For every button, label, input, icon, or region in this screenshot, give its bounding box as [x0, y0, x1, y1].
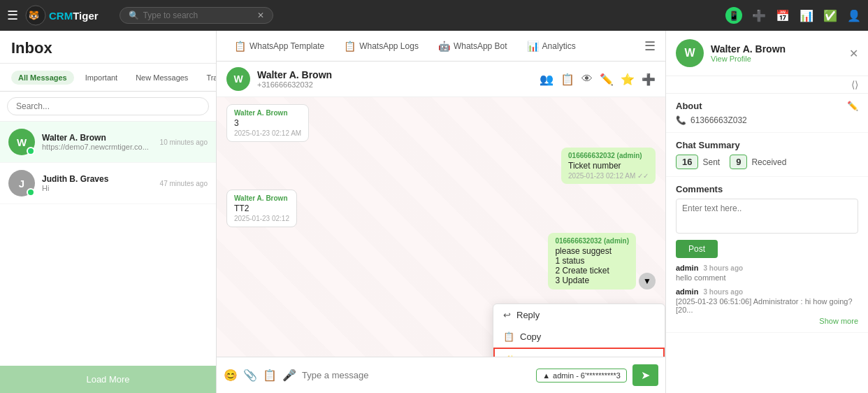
- comments-title: Comments: [676, 184, 858, 194]
- context-create[interactable]: ✨ Create: [493, 348, 665, 357]
- right-panel: W Walter A. Brown View Profile ✕ ⟨⟩ Abou…: [665, 31, 868, 393]
- send-button[interactable]: ➤: [632, 364, 658, 386]
- msg-text-1: 3: [234, 118, 301, 128]
- context-reply[interactable]: ↩ Reply: [493, 304, 665, 326]
- analytics-icon: 📊: [527, 41, 539, 52]
- msg-sender-3: Walter A. Brown: [234, 194, 289, 202]
- msg-bubble-3[interactable]: Walter A. Brown TT2 2025-01-23 02:12: [226, 190, 297, 227]
- create-icon: ✨: [505, 355, 516, 357]
- top-more-icon[interactable]: ☰: [644, 38, 656, 54]
- avatar-walter: W: [8, 129, 35, 155]
- tab-whatsapp-logs[interactable]: 📋 WhatsApp Logs: [336, 37, 426, 55]
- note-icon[interactable]: 📋: [560, 73, 574, 86]
- copy-input-icon[interactable]: 📋: [263, 369, 277, 382]
- msg-text-2: Ticket number: [568, 161, 649, 171]
- phone-icon: 📞: [676, 115, 686, 125]
- chart-nav-icon[interactable]: 📊: [800, 9, 813, 22]
- logo-icon: 🐯: [25, 5, 46, 26]
- logs-icon: 📋: [344, 41, 356, 52]
- chat-list: W Walter A. Brown https://demo7.newcrmti…: [0, 122, 216, 366]
- right-panel-expand-icon[interactable]: ⟨⟩: [851, 79, 858, 90]
- tab-whatsapp-bot[interactable]: 🤖 WhatsApp Bot: [431, 37, 515, 55]
- emoji-icon[interactable]: 😊: [224, 369, 238, 382]
- user-nav-icon[interactable]: 👤: [847, 9, 861, 22]
- menu-icon[interactable]: ☰: [7, 8, 18, 23]
- msg-text-4: please suggest 1 status 2 Create ticket …: [555, 246, 629, 285]
- comments-section: Comments Post admin 3 hours ago hello co…: [666, 177, 868, 333]
- assign-select[interactable]: ▲ admin - 6'**********3: [536, 369, 627, 383]
- msg-time-3: 2025-01-23 02:12: [234, 215, 289, 222]
- check-nav-icon[interactable]: ✅: [823, 9, 837, 22]
- calendar-nav-icon[interactable]: 📅: [776, 9, 790, 22]
- chat-item-judith[interactable]: J Judith B. Graves Hi 47 minutes ago: [0, 163, 216, 204]
- phone-number: 61366663Z032: [690, 115, 747, 125]
- tab-whatsapp-template[interactable]: 📋 WhatsApp Template: [226, 37, 332, 55]
- right-avatar: W: [676, 39, 704, 67]
- expand-btn[interactable]: ▼: [639, 273, 656, 290]
- reply-icon: ↩: [503, 310, 511, 320]
- whatsapp-nav-icon[interactable]: 📱: [725, 7, 742, 24]
- add-icon[interactable]: ➕: [642, 73, 656, 86]
- right-header: W Walter A. Brown View Profile ✕: [666, 31, 868, 76]
- chat-search: [0, 92, 216, 122]
- context-copy[interactable]: 📋 Copy: [493, 326, 665, 348]
- message-row-2: 016666632032 (admin) Ticket number 2025-…: [226, 148, 656, 184]
- right-close-button[interactable]: ✕: [849, 47, 858, 60]
- chat-time-judith: 47 minutes ago: [160, 180, 208, 187]
- main-container: Inbox All Messages Important New Message…: [0, 31, 868, 393]
- group-icon[interactable]: 👥: [540, 73, 554, 86]
- right-contact-info: Walter A. Brown View Profile: [711, 43, 786, 63]
- whatsapp-badge-walter: [27, 147, 35, 155]
- edit-icon[interactable]: ✏️: [600, 73, 614, 86]
- search-bar[interactable]: 🔍 ✕: [120, 7, 273, 24]
- assign-label: admin - 6'**********3: [553, 371, 621, 380]
- message-row-1: Walter A. Brown 3 2025-01-23 02:12 AM: [226, 104, 656, 142]
- show-more-link[interactable]: Show more: [676, 317, 858, 325]
- chat-time-walter: 10 minutes ago: [160, 138, 208, 146]
- received-count: 9: [730, 155, 747, 169]
- attachment-icon[interactable]: 📎: [243, 369, 257, 382]
- chat-name-walter: Walter A. Brown: [42, 133, 153, 143]
- msg-check-2: ✓✓: [637, 172, 649, 180]
- phone-row: 📞 61366663Z032: [676, 115, 858, 125]
- chat-item-walter[interactable]: W Walter A. Brown https://demo7.newcrmti…: [0, 122, 216, 163]
- about-section: About ✏️ 📞 61366663Z032: [666, 94, 868, 133]
- chat-top-bar: 📋 WhatsApp Template 📋 WhatsApp Logs 🤖 Wh…: [217, 31, 665, 62]
- msg-time-2: 2025-01-23 02:12 AM ✓✓: [568, 172, 649, 180]
- search-clear-icon[interactable]: ✕: [257, 10, 264, 20]
- tab-analytics[interactable]: 📊 Analytics: [519, 37, 584, 55]
- copy-icon: 📋: [503, 331, 514, 342]
- msg-bubble-4[interactable]: 016666632032 (admin) please suggest 1 st…: [548, 233, 636, 290]
- chat-search-input[interactable]: [7, 97, 209, 115]
- template-icon: 📋: [234, 41, 246, 52]
- view-profile-link[interactable]: View Profile: [711, 55, 786, 63]
- view-icon[interactable]: 👁: [581, 73, 593, 85]
- message-row-4: 016666632032 (admin) please suggest 1 st…: [226, 233, 656, 290]
- chat-contact-header: W Walter A. Brown +316666632032 👥 📋 👁 ✏️…: [217, 62, 665, 97]
- msg-bubble-2[interactable]: 016666632032 (admin) Ticket number 2025-…: [561, 148, 656, 184]
- message-input[interactable]: [302, 370, 530, 380]
- tab-transfer-to-agent[interactable]: Transfer To Agent: [199, 71, 216, 85]
- received-label: Received: [751, 157, 786, 167]
- add-nav-icon[interactable]: ➕: [752, 9, 766, 22]
- svg-text:🐯: 🐯: [29, 10, 39, 20]
- tab-important[interactable]: Important: [78, 71, 124, 85]
- inbox-header: Inbox: [0, 31, 216, 64]
- received-summary: 9 Received: [730, 155, 786, 169]
- inbox-title: Inbox: [11, 39, 205, 63]
- right-contact-name: Walter A. Brown: [711, 43, 786, 55]
- global-search-input[interactable]: [143, 10, 253, 20]
- load-more-button[interactable]: Load More: [0, 366, 216, 393]
- chevron-up-icon: ▲: [542, 371, 550, 380]
- about-edit-icon[interactable]: ✏️: [847, 101, 858, 111]
- chat-header-phone: +316666632032: [257, 80, 533, 89]
- tab-new-messages[interactable]: New Messages: [129, 71, 195, 85]
- search-icon: 🔍: [129, 10, 139, 20]
- star-icon[interactable]: ⭐: [621, 73, 635, 86]
- msg-bubble-1[interactable]: Walter A. Brown 3 2025-01-23 02:12 AM: [226, 104, 309, 142]
- comments-textarea[interactable]: [676, 199, 858, 234]
- tab-all-messages[interactable]: All Messages: [11, 71, 74, 85]
- mic-icon[interactable]: 🎤: [282, 369, 296, 382]
- sent-label: Sent: [702, 157, 720, 167]
- post-button[interactable]: Post: [676, 240, 718, 258]
